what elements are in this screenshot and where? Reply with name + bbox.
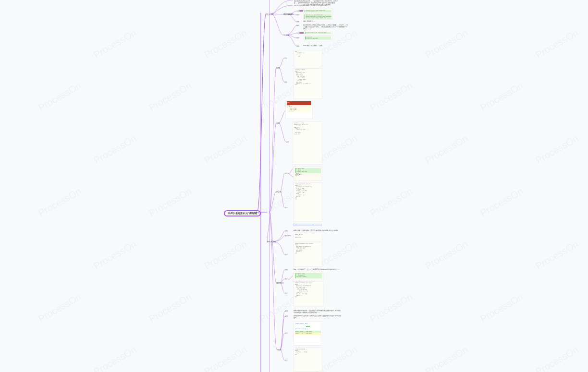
watermark-text: ProcessOn: [147, 291, 194, 324]
leaf-node[interactable]: 格式: [296, 24, 299, 26]
code-snippet: FETCH cursor_name INTO var_name [, var_n…: [304, 31, 332, 34]
child-node[interactable]: 例子: [285, 292, 288, 294]
watermark-text: ProcessOn: [423, 344, 470, 372]
watermark-text: ProcessOn: [478, 291, 525, 324]
code-snippet: DECLARE cursor_name CURSOR FOR select_st…: [303, 9, 333, 12]
watermark-text: ProcessOn: [368, 80, 415, 113]
watermark-text: ProcessOn: [478, 186, 525, 219]
watermark-text: ProcessOn: [92, 344, 138, 372]
watermark-text: ProcessOn: [423, 133, 470, 166]
code-snippet: create procedure ... begin declare ... %…: [294, 348, 322, 372]
code-snippet: casecase: select when = then when = then…: [285, 100, 313, 119]
child-node[interactable]: 例子: [284, 81, 287, 83]
note-text: open 游标 命令……: [303, 20, 316, 22]
watermark-text: ProcessOn: [202, 239, 249, 272]
branch-node-loop[interactable]: 循环执行: [276, 282, 284, 284]
code-snippet: 循环 loop循环体 () ; / / end: [294, 50, 322, 67]
watermark-text: ProcessOn: [478, 80, 525, 113]
note-text: while 创建一个循环逻辑 一直运行, 如内部加, 返回while 即停止出w…: [294, 229, 338, 231]
leaf-node[interactable]: 例子: [296, 37, 299, 39]
child-node[interactable]: 格式语句: [285, 235, 291, 237]
child-node[interactable]: 说明: [285, 230, 288, 232]
branch-node-cursor[interactable]: 游标: [276, 122, 280, 124]
child-node[interactable]: 语法: [284, 57, 287, 59]
code-snippet: declare ... int; declare cur cursor for …: [293, 121, 322, 165]
note-text: 格式游标转化为自定义时会影响到……(游标=>变量)……对用户……与为变量, 可用…: [303, 24, 349, 30]
branch-node-declare-cursor[interactable]: 定义游标: [266, 13, 274, 15]
watermark-text: ProcessOn: [147, 186, 194, 219]
watermark-text: ProcessOn: [534, 239, 580, 272]
watermark-text: ProcessOn: [92, 239, 138, 272]
note-text: loop 一般就是用于一个一口气执行(双引号)放在case的外面的情况之……: [294, 268, 340, 270]
watermark-text: ProcessOn: [92, 133, 138, 166]
watermark-text: ProcessOn: [534, 27, 580, 60]
watermark-text: ProcessOn: [368, 291, 415, 324]
watermark-text: ProcessOn: [37, 186, 83, 219]
note-text: while 循环语句在此处 + 上面的生(后会等待被可被含在的外面内, 并没用的…: [294, 310, 342, 313]
watermark-text: ProcessOn: [423, 27, 470, 60]
code-snippet: create procedure proc_while() begin decl…: [294, 242, 322, 267]
code-snippet: create procedure ...... begin declare v …: [294, 68, 322, 99]
code-snippet: [begin_label:] LOOPLOOPEND LOOP [end_lab…: [294, 322, 322, 346]
mindmap-canvas[interactable]: ProcessOnProcessOnProcessOnProcessOnProc…: [0, 0, 588, 372]
subgroup-node[interactable]: 游标变量: [283, 34, 289, 36]
child-node[interactable]: 例子: [285, 254, 288, 256]
child-node[interactable]: 例子: [285, 207, 288, 209]
watermark-text: ProcessOn: [37, 291, 83, 324]
watermark-text: ProcessOn: [534, 344, 580, 372]
note-text: close 游标 :用于关闭……关闭.: [303, 45, 322, 47]
watermark-text: ProcessOn: [368, 186, 415, 219]
if-flow-diagram: if(x) → call fx: [293, 224, 322, 226]
branch-node-while[interactable]: WHILE语句: [267, 241, 276, 243]
code-snippet: create procedure proc_if() begin declare…: [294, 182, 322, 222]
watermark-text: ProcessOn: [37, 80, 83, 113]
watermark-text: ProcessOn: [202, 344, 249, 372]
watermark-text: ProcessOn: [92, 27, 138, 60]
watermark-text: ProcessOn: [202, 133, 249, 166]
watermark-text: ProcessOn: [202, 27, 249, 60]
leaf-node[interactable]: 说明: [296, 21, 299, 23]
level1-sql-basics[interactable]: SQL的基础: [250, 211, 259, 214]
subgroup-node[interactable]: 描述游标声明: [283, 13, 292, 15]
code-snippet: while 条件 do ...; end while;: [294, 233, 322, 241]
child-node[interactable]: 格式: [285, 278, 288, 280]
child-node[interactable]: 说明: [285, 269, 288, 271]
leaf-node[interactable]: 实际: [296, 45, 299, 47]
leaf-node[interactable]: 例子: [296, 14, 299, 16]
code-snippet: 使用cursor FETCH cur_emp INTO emp_id,emp_s…: [304, 35, 332, 40]
branch-node-if[interactable]: IF语句: [276, 191, 282, 193]
child-node[interactable]: 前言: [285, 315, 288, 317]
watermark-text: ProcessOn: [147, 80, 194, 113]
watermark-text: ProcessOn: [423, 239, 470, 272]
child-node[interactable]: 前言: [285, 310, 288, 312]
code-snippet: if 条件1 then 操作1; [elseif 条件2 then 操作2;] …: [294, 167, 322, 181]
note-text: 注意 但是 对于 行数 并非 简单的一个数据库.: [303, 4, 331, 6]
child-node[interactable]: 例子: [285, 360, 288, 361]
branch-node-fetch[interactable]: 取数: [276, 67, 280, 69]
watermark-text: ProcessOn: [534, 133, 580, 166]
child-node[interactable]: 例子: [286, 141, 289, 143]
code-snippet: DECLARE cur_emp CURSOR FOR SELECT employ…: [303, 13, 333, 20]
note-text: 所谓的while和其影响时 + 当数等总认为条件为正确 input, 可返回 w…: [294, 315, 342, 319]
code-snippet: [label:] loop statements; end loop [labe…: [294, 272, 323, 280]
child-node[interactable]: 语法: [285, 332, 288, 334]
branch-node-while-loop[interactable]: %type: [277, 349, 282, 351]
code-snippet: create procedure proc_loop() begin decla…: [294, 281, 323, 306]
child-node[interactable]: 语法: [285, 172, 288, 174]
